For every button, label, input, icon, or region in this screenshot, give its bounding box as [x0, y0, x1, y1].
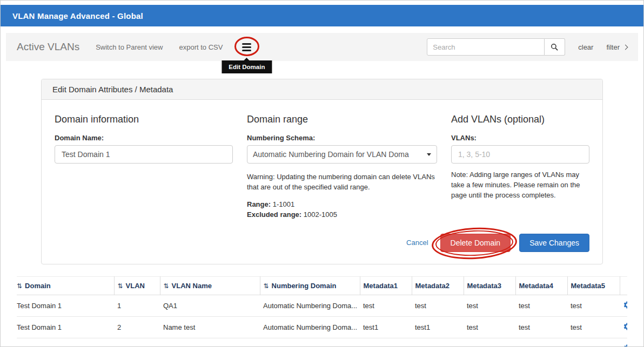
cancel-link[interactable]: Cancel: [406, 239, 428, 247]
column-label: Domain: [25, 282, 51, 290]
table-row: Test Domain 13Test42Automatic Numbering …: [17, 338, 627, 347]
search-group: [427, 38, 565, 56]
range-line: Range: 1-1001: [247, 200, 437, 208]
cell-metadata1: test: [360, 295, 412, 316]
page: VLAN Manage Advanced - Global Active VLA…: [0, 0, 644, 347]
cell-actions: [620, 338, 627, 347]
range-warning-text: Warning: Updating the numbering domain c…: [247, 172, 437, 193]
cell-domain: Test Domain 1: [17, 338, 114, 347]
panel-title: Edit Domain Attributes / Metadata: [52, 85, 173, 94]
cell-numbering-domain: Automatic Numbering Doma...: [260, 295, 360, 316]
cell-metadata4: test: [515, 295, 567, 316]
excluded-range-value: 1002-1005: [304, 210, 337, 219]
column-label: Metadata5: [571, 282, 606, 290]
column-label: Metadata1: [364, 282, 398, 290]
cell-metadata4: test: [515, 316, 567, 338]
gear-icon: [623, 303, 627, 311]
clear-link[interactable]: clear: [578, 43, 593, 51]
domain-name-label: Domain Name:: [55, 134, 233, 142]
column-header-domain[interactable]: ⇅Domain: [17, 276, 114, 295]
table-row: Test Domain 11QA1Automatic Numbering Dom…: [17, 295, 627, 316]
cell-actions: [620, 295, 627, 316]
row-settings-button[interactable]: [623, 301, 627, 309]
cell-metadata2: test: [412, 295, 464, 316]
cell-domain: Test Domain 1: [17, 316, 114, 338]
cell-vlan: 2: [114, 316, 160, 338]
add-vlans-section: Add VLANs (optional) VLANs: Note: Adding…: [451, 108, 589, 221]
column-header-metadata2: Metadata2: [412, 276, 464, 295]
cell-actions: [620, 316, 627, 338]
domain-information-heading: Domain information: [55, 114, 233, 125]
column-label: Metadata3: [467, 282, 502, 290]
column-label: VLAN: [126, 282, 145, 290]
filter-link[interactable]: filter: [606, 43, 627, 51]
domain-information-section: Domain information Domain Name:: [55, 108, 233, 221]
save-changes-button[interactable]: Save Changes: [519, 234, 589, 252]
cell-metadata4: -: [515, 338, 567, 347]
cell-vlan-name: Test42: [160, 338, 260, 347]
row-settings-button[interactable]: [623, 344, 627, 347]
column-header-metadata5: Metadata5: [567, 276, 620, 295]
cell-metadata3: test: [464, 316, 515, 338]
search-input[interactable]: [427, 38, 545, 56]
table-row: Test Domain 12Name testAutomatic Numberi…: [17, 316, 627, 338]
column-header-numbering-domain[interactable]: ⇅Numbering Domain: [260, 276, 360, 295]
vlans-input[interactable]: [451, 145, 589, 164]
column-header-actions: [620, 276, 627, 295]
cell-metadata5: test: [567, 316, 620, 338]
export-csv-link[interactable]: export to CSV: [179, 43, 223, 51]
cell-domain: Test Domain 1: [17, 295, 114, 316]
switch-parent-view-link[interactable]: Switch to Parent view: [96, 43, 163, 51]
sort-icon: ⇅: [118, 282, 123, 290]
column-label: Numbering Domain: [272, 282, 337, 290]
cell-metadata1: test: [360, 338, 412, 347]
excluded-range-line: Excluded range: 1002-1005: [247, 210, 437, 219]
excluded-range-label: Excluded range:: [247, 210, 301, 219]
vlan-table: ⇅Domain⇅VLAN⇅VLAN Name⇅Numbering DomainM…: [17, 276, 627, 347]
search-button[interactable]: [545, 38, 565, 56]
column-header-metadata1: Metadata1: [360, 276, 412, 295]
vlans-label: VLANs:: [451, 134, 589, 142]
delete-domain-wrap: Delete Domain: [440, 234, 511, 252]
domain-name-input[interactable]: [55, 145, 233, 164]
numbering-schema-value: Automatic Numbering Domain for VLAN Doma: [253, 150, 425, 159]
search-icon: [551, 43, 559, 51]
cell-vlan-name: Name test: [160, 316, 260, 338]
cell-metadata3: test: [464, 338, 515, 347]
edit-domain-menu: Edit Domain: [239, 39, 254, 56]
table-header-row: ⇅Domain⇅VLAN⇅VLAN Name⇅Numbering DomainM…: [17, 276, 627, 295]
cell-vlan: 3: [114, 338, 160, 347]
delete-domain-button[interactable]: Delete Domain: [440, 234, 511, 252]
cell-vlan: 1: [114, 295, 160, 316]
column-label: VLAN Name: [172, 282, 212, 290]
add-vlans-heading: Add VLANs (optional): [451, 114, 589, 125]
edit-domain-panel: Edit Domain Attributes / Metadata Domain…: [41, 79, 603, 264]
row-settings-button[interactable]: [623, 322, 627, 331]
cell-metadata2: -: [412, 338, 464, 347]
numbering-schema-label: Numbering Schema:: [247, 134, 437, 142]
range-label: Range:: [247, 200, 271, 208]
cell-numbering-domain: Automatic Numbering Doma...: [260, 338, 360, 347]
sort-icon: ⇅: [17, 282, 22, 290]
hamburger-icon: [242, 43, 251, 51]
edit-domain-menu-button[interactable]: [239, 39, 254, 56]
section-title: Active VLANs: [17, 41, 79, 53]
chevron-right-icon: [623, 44, 628, 50]
page-title: VLAN Manage Advanced - Global: [12, 11, 143, 21]
column-header-vlan-name[interactable]: ⇅VLAN Name: [160, 276, 260, 295]
numbering-schema-select[interactable]: Automatic Numbering Domain for VLAN Doma: [247, 145, 437, 164]
domain-range-heading: Domain range: [247, 114, 437, 125]
edit-domain-tooltip: Edit Domain: [222, 60, 272, 73]
sort-icon: ⇅: [164, 282, 169, 290]
cell-metadata1: test1: [360, 316, 412, 338]
cell-vlan-name: QA1: [160, 295, 260, 316]
column-header-vlan[interactable]: ⇅VLAN: [114, 276, 160, 295]
domain-range-section: Domain range Numbering Schema: Automatic…: [247, 108, 437, 221]
cell-metadata3: test: [464, 295, 515, 316]
column-label: Metadata2: [415, 282, 450, 290]
column-label: Metadata4: [519, 282, 554, 290]
caret-down-icon: [427, 153, 431, 156]
panel-actions: Cancel Delete Domain Save Changes: [55, 234, 589, 252]
vlans-note-text: Note: Adding large ranges of VLANs may t…: [451, 170, 589, 201]
gear-icon: [623, 324, 627, 332]
